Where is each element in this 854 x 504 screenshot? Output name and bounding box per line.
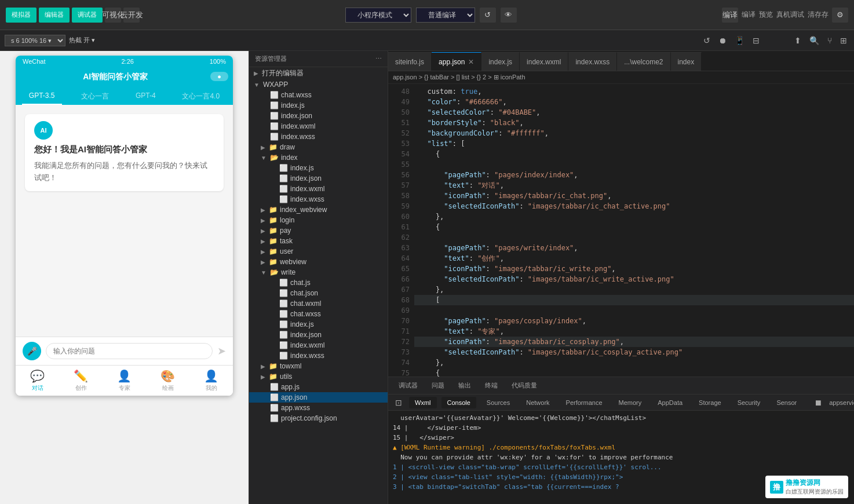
record-icon[interactable]: ⏺ [716,35,729,46]
folder-towxml[interactable]: ▶ 📁 towxml [249,361,388,371]
source-control-icon[interactable]: ⑂ [825,35,834,46]
file-app-js[interactable]: ⬜ app.js [249,382,388,392]
file-index-wxss-2[interactable]: ⬜ index.wxss [249,194,388,204]
search-icon[interactable]: 🔍 [807,35,822,46]
eye-icon[interactable]: 👁 [501,8,517,23]
tab-index-wxss[interactable]: index.wxss [568,52,617,71]
file-write-index-wxss[interactable]: ⬜ index.wxss [249,350,388,361]
compile-btn[interactable]: 编译 [722,8,738,23]
file-chat-wxss[interactable]: ⬜ chat.wxss [249,309,388,319]
arrow-icon[interactable]: ⬆ [792,35,804,46]
file-chat-wxss[interactable]: ⬜ chat.wxss [249,90,388,100]
tab-terminal[interactable]: 终端 [479,379,503,392]
console-line-2: 14 | </swiper-item> [393,423,849,433]
phone-icon[interactable]: 📱 [732,35,747,46]
tab-quality[interactable]: 代码质量 [506,379,543,392]
file-chat-wxml[interactable]: ⬜ chat.wxml [249,298,388,309]
folder-draw[interactable]: ▶ 📁 draw [249,142,388,152]
file-index-json-1[interactable]: ⬜ index.json [249,111,388,121]
hotfix-btn[interactable]: 热截 开 ▾ [69,36,95,45]
visualize-btn[interactable]: 可视化 [105,8,121,23]
split-icon[interactable]: ⊟ [750,35,762,46]
explorer-menu-icon[interactable]: ⋯ [375,55,382,63]
simulator-btn[interactable]: 模拟器 [6,8,37,23]
folder-write[interactable]: ▼ 📂 write [249,267,388,277]
user-arrow: ▶ [261,249,265,255]
folder-index[interactable]: ▼ 📂 index [249,152,388,163]
file-index-js-2[interactable]: ⬜ index.js [249,163,388,173]
tab-output[interactable]: 输出 [452,379,477,392]
folder-login[interactable]: ▶ 📁 login [249,215,388,225]
folder-task[interactable]: ▶ 📁 task [249,236,388,246]
tab-wxml[interactable]: Wxml [409,397,437,408]
close-icon[interactable]: ✕ [468,58,474,66]
watermark-logo: 撸 [770,481,783,494]
tab-network[interactable]: Network [520,397,555,408]
tab-index-wxml[interactable]: index.wxml [520,52,568,71]
scale-select[interactable]: s 6 100% 16 ▾ [5,35,65,46]
nav-create[interactable]: ✏️ 创作 [74,369,88,392]
tab-siteinfo[interactable]: siteinfo.js [388,52,432,71]
tab-problems[interactable]: 问题 [426,379,450,392]
file-write-index-json[interactable]: ⬜ index.json [249,330,388,340]
file-chat-json[interactable]: ⬜ chat.json [249,288,388,298]
tab-gpt4[interactable]: GPT-4 [129,89,163,105]
file-chat-js[interactable]: ⬜ chat.js [249,277,388,288]
tab-wenxin1[interactable]: 文心一言 [74,89,116,105]
tab-gpt35[interactable]: GPT-3.5 [22,89,62,105]
phone-title-bar: AI智能问答小管家 ● [16,67,233,87]
tab-debugger[interactable]: 调试器 [393,379,424,392]
folder-webview[interactable]: ▶ 📁 webview [249,257,388,267]
send-button[interactable]: ➤ [217,345,226,357]
folder-index-webview[interactable]: ▶ 📁 index_webview [249,204,388,215]
tab-app-json[interactable]: app.json ✕ [432,52,481,71]
file-project-config[interactable]: ⬜ project.config.json [249,413,388,423]
file-write-index-wxml[interactable]: ⬜ index.wxml [249,340,388,350]
nav-expert[interactable]: 👤 专家 [117,369,132,392]
settings-icon[interactable]: ⚙ [832,8,848,23]
tab-sensor[interactable]: Sensor [771,397,802,408]
tab-console[interactable]: Console [441,397,476,408]
tab-index[interactable]: index [671,52,702,71]
tab-memory[interactable]: Memory [613,397,648,408]
nav-mine[interactable]: 👤 我的 [204,369,218,392]
tab-performance[interactable]: Performance [560,397,608,408]
file-index-json-2[interactable]: ⬜ index.json [249,173,388,184]
editor-btn[interactable]: 编辑器 [39,8,70,23]
tab-wenxin4[interactable]: 文心一言4.0 [175,89,227,105]
file-app-json[interactable]: ⬜ app.json [249,392,388,403]
file-write-index-js[interactable]: ⬜ index.js [249,319,388,330]
file-app-wxss[interactable]: ⬜ app.wxss [249,403,388,413]
wxapp-root-item[interactable]: ▼ WXAPP [249,79,388,90]
mode-select[interactable]: 小程序模式 [345,8,411,23]
tab-sources[interactable]: Sources [481,397,516,408]
nav-draw[interactable]: 🎨 绘画 [160,369,175,392]
nav-chat[interactable]: 💬 对话 [30,369,45,392]
file-index-wxss-1[interactable]: ⬜ index.wxss [249,132,388,142]
tab-storage[interactable]: Storage [693,397,727,408]
folder-pay[interactable]: ▶ 📁 pay [249,225,388,236]
chat-input[interactable] [46,343,213,359]
file-index-wxml-1[interactable]: ⬜ index.wxml [249,121,388,132]
phone-input-bar: 🎤 ➤ [16,337,233,365]
cloud-dev-btn[interactable]: 云开发 [123,8,140,23]
code-editor[interactable]: 4849505152535455565758596061626364656667… [388,84,854,377]
file-index-wxml-2[interactable]: ⬜ index.wxml [249,184,388,194]
tab-security[interactable]: Security [732,397,767,408]
tab-appdata[interactable]: AppData [652,397,688,408]
folder-user[interactable]: ▶ 📁 user [249,246,388,257]
stop-icon[interactable]: ⏹ [812,397,824,408]
refresh-icon[interactable]: ↺ [480,8,496,23]
refresh-icon2[interactable]: ↺ [701,35,713,46]
debugger-btn[interactable]: 调试器 [72,8,103,23]
mic-button[interactable]: 🎤 [23,342,41,360]
bottom-expand-icon[interactable]: ⊡ [393,397,404,408]
tab-index-js[interactable]: index.js [481,52,520,71]
grid-icon[interactable]: ⊞ [838,35,849,46]
code-content[interactable]: custom: true, "color": "#666666", "selec… [414,84,854,377]
compile-select[interactable]: 普通编译 [416,8,475,23]
open-editors-item[interactable]: ▶ 打开的编辑器 [249,67,388,79]
tab-welcome2[interactable]: ...\welcome2 [617,52,670,71]
file-index-js-1[interactable]: ⬜ index.js [249,100,388,111]
folder-utils[interactable]: ▶ 📁 utils [249,371,388,382]
